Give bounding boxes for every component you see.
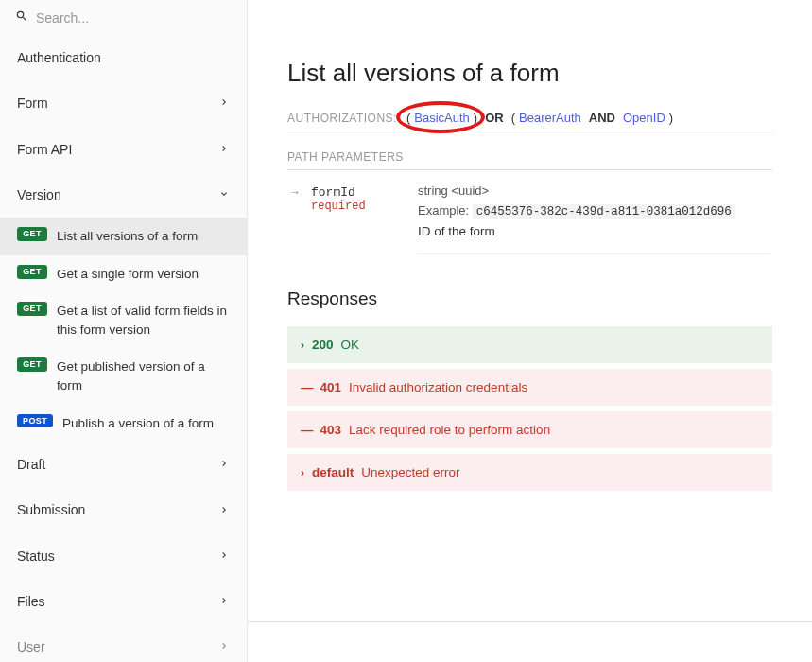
sidebar-item-files[interactable]: Files <box>0 579 247 624</box>
sidebar-item-version[interactable]: Version <box>0 172 247 218</box>
sidebar-item-label: Version <box>17 185 61 204</box>
sidebar-sub-single-version[interactable]: GET Get a single form version <box>0 255 247 293</box>
sidebar-sub-label: Get published version of a form <box>57 357 230 394</box>
response-code: 401 <box>320 380 342 394</box>
footer-divider <box>248 621 812 622</box>
paren-open: ( <box>511 111 515 125</box>
chevron-right-icon <box>218 549 230 564</box>
sidebar-item-label: Form API <box>17 140 72 159</box>
chevron-right-icon <box>218 639 230 654</box>
response-message: Invalid authorization credentials <box>349 380 527 394</box>
method-badge-get: GET <box>17 302 47 316</box>
chevron-down-icon <box>218 187 230 202</box>
sidebar-item-label: Authentication <box>17 48 101 67</box>
sidebar: Authentication Form Form API Version GET… <box>0 0 248 662</box>
paren-close: ) <box>474 111 477 125</box>
auth-or: OR <box>485 111 504 125</box>
response-default[interactable]: › default Unexpected error <box>287 454 772 491</box>
sidebar-item-label: Submission <box>17 500 85 519</box>
response-401[interactable]: — 401 Invalid authorization credentials <box>287 369 772 406</box>
sidebar-sub-list-versions[interactable]: GET List all versions of a form <box>0 218 247 255</box>
chevron-right-icon <box>218 142 230 157</box>
sidebar-item-user[interactable]: User <box>0 624 247 662</box>
response-code: default <box>312 465 354 479</box>
chevron-right-icon <box>218 594 230 609</box>
sidebar-item-submission[interactable]: Submission <box>0 487 247 532</box>
method-badge-get: GET <box>17 357 47 372</box>
sidebar-item-label: User <box>17 637 45 656</box>
sidebar-sub-label: Get a list of valid form fields in this … <box>57 302 230 339</box>
chevron-right-icon <box>218 96 230 111</box>
chevron-right-icon: › <box>301 339 304 352</box>
response-message: Unexpected error <box>361 465 459 479</box>
sidebar-sub-published-version[interactable]: GET Get published version of a form <box>0 348 247 404</box>
response-code: 403 <box>320 423 342 437</box>
auth-openid-link[interactable]: OpenID <box>623 111 665 125</box>
search-row <box>0 0 247 35</box>
authorizations-row: AUTHORIZATIONS: ( BasicAuth ) OR ( Beare… <box>287 111 772 131</box>
sidebar-item-label: Draft <box>17 455 45 474</box>
chevron-right-icon <box>218 457 230 472</box>
param-description: ID of the form <box>418 224 770 238</box>
param-example-label: Example: <box>418 203 469 218</box>
sidebar-item-label: Status <box>17 547 55 566</box>
param-details-col: string <uuid> Example: c6455376-382c-439… <box>418 183 770 254</box>
param-name: formId <box>311 185 355 200</box>
sidebar-item-label: Files <box>17 592 45 611</box>
chevron-right-icon: › <box>301 466 304 479</box>
page-title: List all versions of a form <box>287 59 772 88</box>
sidebar-sub-label: List all versions of a form <box>57 227 198 246</box>
sidebar-sub-label: Get a single form version <box>57 265 199 284</box>
sidebar-item-label: Form <box>17 94 48 113</box>
dash-icon: — <box>301 380 313 394</box>
response-message: Lack required role to perform action <box>349 423 550 437</box>
auth-and: AND <box>589 111 615 125</box>
sidebar-item-draft[interactable]: Draft <box>0 442 247 487</box>
sidebar-sub-valid-fields[interactable]: GET Get a list of valid form fields in t… <box>0 292 247 348</box>
param-row: → formId required string <uuid> Example:… <box>287 183 772 254</box>
chevron-right-icon <box>218 503 230 518</box>
param-name-col: → formId required <box>289 183 399 254</box>
param-example-value: c6455376-382c-439d-a811-0381a012d696 <box>473 204 735 219</box>
dash-icon: — <box>301 423 313 437</box>
auth-bearer-link[interactable]: BearerAuth <box>519 111 581 125</box>
sidebar-sub-publish-version[interactable]: POST Publish a version of a form <box>0 405 247 443</box>
param-example: Example: c6455376-382c-439d-a811-0381a01… <box>418 203 770 218</box>
auth-basic-link[interactable]: BasicAuth <box>414 111 470 125</box>
search-input[interactable] <box>36 10 232 26</box>
paren-close: ) <box>669 111 673 125</box>
search-icon <box>15 9 28 26</box>
sidebar-item-form[interactable]: Form <box>0 80 247 126</box>
sidebar-item-authentication[interactable]: Authentication <box>0 35 247 80</box>
sidebar-item-form-api[interactable]: Form API <box>0 127 247 172</box>
method-badge-post: POST <box>17 414 53 428</box>
param-required: required <box>311 200 366 213</box>
sidebar-sub-label: Publish a version of a form <box>62 414 214 433</box>
sidebar-item-status[interactable]: Status <box>0 533 247 579</box>
response-200[interactable]: › 200 OK <box>287 326 772 363</box>
main-content: List all versions of a form AUTHORIZATIO… <box>248 0 812 662</box>
param-type: string <uuid> <box>418 183 770 198</box>
arrow-in-icon: → <box>289 185 300 199</box>
path-params-heading: PATH PARAMETERS <box>287 150 772 170</box>
responses-heading: Responses <box>287 288 772 309</box>
method-badge-get: GET <box>17 227 47 241</box>
response-code: 200 <box>312 338 334 352</box>
response-403[interactable]: — 403 Lack required role to perform acti… <box>287 411 772 448</box>
response-message: OK <box>341 338 360 352</box>
auth-label: AUTHORIZATIONS: <box>287 112 397 125</box>
paren-open: ( <box>406 111 410 125</box>
method-badge-get: GET <box>17 265 47 279</box>
